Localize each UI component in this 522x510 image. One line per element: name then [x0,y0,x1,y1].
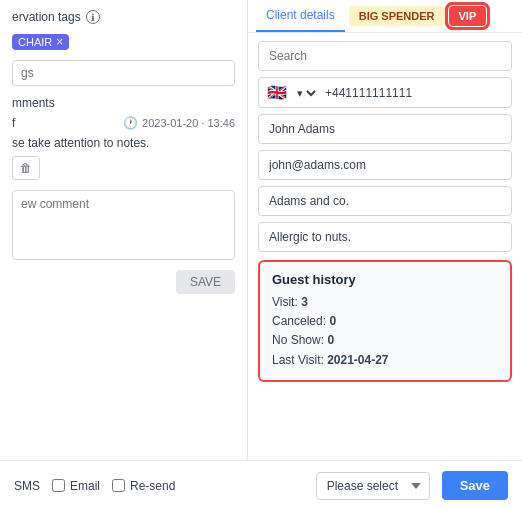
new-comment-textarea[interactable] [12,190,235,260]
comment-author: f [12,116,15,130]
save-comment-button[interactable]: SAVE [176,270,235,294]
email-input[interactable] [258,150,512,180]
chair-tag[interactable]: CHAIR × [12,34,69,50]
clock-icon: 🕐 [123,116,138,130]
tags-area: CHAIR × [12,34,235,50]
sms-label: SMS [14,479,40,493]
company-input[interactable] [258,186,512,216]
comment-text: se take attention to notes. [12,136,235,150]
tab-vip[interactable]: VIP [449,6,487,26]
phone-code-dropdown[interactable]: ▾ [293,86,319,100]
save-button[interactable]: Save [442,471,508,500]
tag-label: CHAIR [18,36,52,48]
resend-label: Re-send [130,479,175,493]
email-label: Email [70,479,100,493]
gh-lastvisit-row: Last Visit: 2021-04-27 [272,351,498,370]
info-icon: ℹ [86,10,100,24]
main-content: ervation tags ℹ CHAIR × mments f 🕐 [0,0,522,460]
phone-field: 🇬🇧 ▾ +441111111111 [258,77,512,108]
comments-label: mments [12,96,235,110]
left-panel: ervation tags ℹ CHAIR × mments f 🕐 [0,0,248,460]
notes-input[interactable] [258,222,512,252]
comment-header: f 🕐 2023-01-20 · 13:46 [12,116,235,130]
phone-number: +441111111111 [325,86,503,100]
tab-big-spender[interactable]: BIG SPENDER [349,6,445,26]
gh-visit-row: Visit: 3 [272,293,498,312]
bottom-bar: SMS Email Re-send Please select Save [0,460,522,510]
email-checkbox[interactable] [52,479,65,492]
reservation-tags-title: ervation tags ℹ [12,10,235,24]
comment-timestamp: 2023-01-20 · 13:46 [142,117,235,129]
right-panel: Client details BIG SPENDER VIP 🇬🇧 ▾ [248,0,522,460]
vip-wrapper: VIP [449,6,487,26]
tag-close-icon[interactable]: × [56,36,63,48]
tab-client-details[interactable]: Client details [256,0,345,32]
flag-icon: 🇬🇧 [267,83,287,102]
guest-history-title: Guest history [272,272,498,287]
email-checkbox-item: Email [52,479,100,493]
client-form: 🇬🇧 ▾ +441111111111 Guest history Visit: … [248,33,522,460]
page-wrapper: ervation tags ℹ CHAIR × mments f 🕐 [0,0,522,510]
comments-section: mments f 🕐 2023-01-20 · 13:46 se take at… [12,96,235,180]
gh-canceled-row: Canceled: 0 [272,312,498,331]
gh-noshow-row: No Show: 0 [272,331,498,350]
resend-checkbox-item: Re-send [112,479,175,493]
name-input[interactable] [258,114,512,144]
please-select-dropdown[interactable]: Please select [316,472,430,500]
tags-input[interactable] [12,60,235,86]
guest-history-box: Guest history Visit: 3 Canceled: 0 No Sh… [258,260,512,382]
search-input[interactable] [258,41,512,71]
client-tabs: Client details BIG SPENDER VIP [248,0,522,33]
delete-comment-button[interactable]: 🗑 [12,156,40,180]
resend-checkbox[interactable] [112,479,125,492]
comment-meta: 🕐 2023-01-20 · 13:46 [123,116,235,130]
reservation-tags-label: ervation tags [12,10,81,24]
